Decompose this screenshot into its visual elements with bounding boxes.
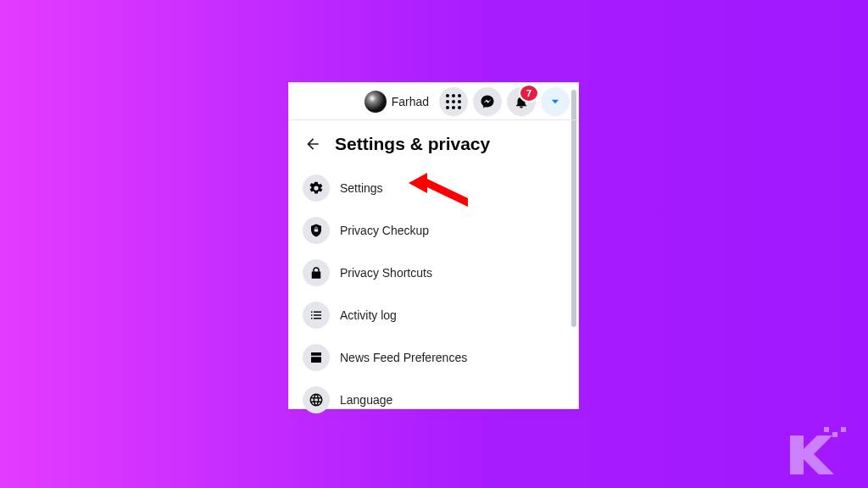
menu-item-label: Privacy Shortcuts xyxy=(340,266,432,280)
app-window: Farhad 7 Settings & privacy xyxy=(288,82,579,409)
menu-item-privacy-checkup[interactable]: Privacy Checkup xyxy=(298,212,570,249)
panel-title: Settings & privacy xyxy=(335,134,490,154)
messenger-icon xyxy=(480,94,495,109)
menu-item-label: Language xyxy=(340,393,392,407)
menu-item-settings[interactable]: Settings xyxy=(298,169,570,207)
arrow-left-icon xyxy=(304,136,321,152)
feed-icon xyxy=(303,344,330,371)
shield-check-icon xyxy=(303,217,330,244)
account-menu-button[interactable] xyxy=(541,87,570,116)
caret-down-icon xyxy=(549,96,561,108)
messenger-button[interactable] xyxy=(473,87,502,116)
svg-rect-3 xyxy=(841,427,846,432)
notifications-button[interactable]: 7 xyxy=(507,87,536,116)
panel-header: Settings & privacy xyxy=(298,127,570,169)
svg-rect-2 xyxy=(832,432,837,437)
gradient-background: Farhad 7 Settings & privacy xyxy=(0,0,868,488)
menu-item-news-feed-preferences[interactable]: News Feed Preferences xyxy=(298,339,570,376)
top-nav-bar: Farhad 7 xyxy=(289,83,578,120)
menu-item-label: News Feed Preferences xyxy=(340,351,467,364)
menu-list: Settings Privacy Checkup Privacy Shortcu… xyxy=(298,169,570,419)
menu-item-label: Privacy Checkup xyxy=(340,224,429,237)
menu-item-label: Settings xyxy=(340,181,383,195)
menu-item-language[interactable]: Language xyxy=(298,381,570,419)
globe-icon xyxy=(303,386,330,413)
lock-icon xyxy=(303,259,330,286)
gear-icon xyxy=(303,175,330,202)
svg-rect-1 xyxy=(824,427,829,432)
menu-grid-button[interactable] xyxy=(439,87,468,116)
notification-badge: 7 xyxy=(519,84,539,103)
back-button[interactable] xyxy=(299,130,326,158)
avatar xyxy=(364,91,387,113)
watermark-logo xyxy=(782,425,849,476)
profile-chip[interactable]: Farhad xyxy=(364,91,429,113)
menu-item-activity-log[interactable]: Activity log xyxy=(298,297,570,334)
list-icon xyxy=(303,302,330,329)
grid-icon xyxy=(446,94,461,109)
menu-item-privacy-shortcuts[interactable]: Privacy Shortcuts xyxy=(298,254,570,291)
menu-item-label: Activity log xyxy=(340,308,397,322)
settings-privacy-panel: Settings & privacy Settings Privacy Chec… xyxy=(289,120,578,419)
username: Farhad xyxy=(392,95,429,108)
